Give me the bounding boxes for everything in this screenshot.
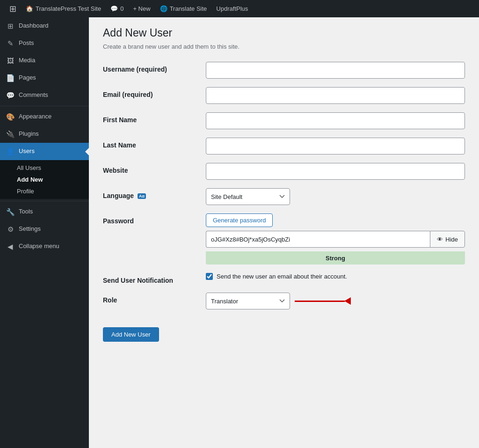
eye-icon: 👁 bbox=[437, 236, 443, 243]
translate-site-item[interactable]: 🌐 Translate Site bbox=[155, 0, 212, 17]
dashboard-icon: ⊞ bbox=[6, 21, 15, 31]
website-label: Website bbox=[103, 163, 206, 174]
sidebar-item-media[interactable]: 🖼 Media bbox=[0, 52, 89, 69]
sidebar-item-pages[interactable]: 📄 Pages bbox=[0, 69, 89, 87]
sidebar-item-posts[interactable]: ✎ Posts bbox=[0, 35, 89, 52]
strength-label: Strong bbox=[326, 255, 345, 262]
lastname-input[interactable] bbox=[206, 138, 465, 154]
sidebar-divider bbox=[0, 106, 89, 106]
sidebar-item-settings[interactable]: ⚙ Settings bbox=[0, 220, 89, 238]
sidebar-item-dashboard[interactable]: ⊞ Dashboard bbox=[0, 17, 89, 35]
sidebar-item-label: Settings bbox=[19, 225, 41, 233]
home-icon: 🏠 bbox=[26, 5, 33, 12]
hide-label: Hide bbox=[445, 236, 458, 243]
notification-row: Send User Notification Send the new user… bbox=[103, 273, 465, 284]
wp-logo-icon: ⊞ bbox=[9, 4, 16, 14]
sidebar-item-label: Users bbox=[19, 147, 35, 155]
firstname-field bbox=[206, 112, 465, 129]
sidebar-sub-profile[interactable]: Profile bbox=[0, 185, 89, 197]
sidebar-item-label: Pages bbox=[19, 73, 36, 82]
users-icon: 👤 bbox=[6, 147, 15, 156]
firstname-label: First Name bbox=[103, 112, 206, 124]
arrow-head-icon bbox=[344, 297, 351, 305]
language-select[interactable]: Site Default English (US) French German … bbox=[206, 188, 290, 205]
updraftplus-label: UpdraftPlus bbox=[216, 5, 248, 12]
sidebar-users-submenu: All Users Add New Profile bbox=[0, 160, 89, 199]
firstname-input[interactable] bbox=[206, 112, 465, 129]
website-field bbox=[206, 163, 465, 180]
language-field: Site Default English (US) French German … bbox=[206, 188, 465, 205]
role-arrow-indicator bbox=[295, 297, 351, 305]
form-submit-area: Add New User bbox=[103, 318, 465, 342]
sidebar-item-users[interactable]: 👤 Users bbox=[0, 143, 89, 160]
sidebar-item-appearance[interactable]: 🎨 Appearance bbox=[0, 108, 89, 125]
password-section: Generate password 👁 Hide Strong bbox=[206, 213, 465, 264]
password-input-row: 👁 Hide bbox=[206, 231, 465, 248]
username-input[interactable] bbox=[206, 62, 465, 79]
email-field bbox=[206, 87, 465, 104]
sidebar: ⊞ Dashboard ✎ Posts 🖼 Media 📄 Pages 💬 Co… bbox=[0, 17, 89, 448]
lastname-row: Last Name bbox=[103, 138, 465, 154]
wp-logo-item[interactable]: ⊞ bbox=[5, 0, 21, 17]
translate-icon: 🌐 bbox=[160, 5, 167, 12]
sidebar-sub-add-new[interactable]: Add New bbox=[0, 174, 89, 185]
password-strength-bar: Strong bbox=[206, 251, 465, 264]
sidebar-item-label: Appearance bbox=[19, 112, 51, 121]
add-new-user-button[interactable]: Add New User bbox=[103, 327, 159, 342]
username-label: Username (required) bbox=[103, 62, 206, 73]
website-input[interactable] bbox=[206, 163, 465, 180]
appearance-icon: 🎨 bbox=[6, 112, 15, 122]
site-name: TranslatePress Test Site bbox=[36, 5, 101, 12]
sidebar-item-collapse[interactable]: ◀ Collapse menu bbox=[0, 238, 89, 255]
notification-field: Send the new user an email about their a… bbox=[206, 273, 465, 280]
sidebar-item-label: Collapse menu bbox=[19, 242, 59, 250]
sidebar-item-comments[interactable]: 💬 Comments bbox=[0, 87, 89, 104]
page-title: Add New User bbox=[103, 27, 465, 39]
website-row: Website bbox=[103, 163, 465, 180]
comments-count: 0 bbox=[120, 5, 123, 12]
sidebar-item-label: Media bbox=[19, 56, 35, 65]
sidebar-sub-all-users[interactable]: All Users bbox=[0, 162, 89, 174]
sidebar-item-label: Comments bbox=[19, 91, 48, 99]
notification-text: Send the new user an email about their a… bbox=[217, 273, 347, 280]
main-layout: ⊞ Dashboard ✎ Posts 🖼 Media 📄 Pages 💬 Co… bbox=[0, 17, 479, 448]
site-name-item[interactable]: 🏠 TranslatePress Test Site bbox=[21, 0, 106, 17]
language-icon-badge: Aα bbox=[138, 193, 146, 199]
settings-icon: ⚙ bbox=[6, 224, 15, 234]
arrow-line bbox=[295, 301, 345, 302]
sidebar-item-label: Plugins bbox=[19, 130, 39, 138]
notification-content: Send the new user an email about their a… bbox=[206, 273, 465, 280]
sidebar-item-label: Dashboard bbox=[19, 22, 49, 30]
role-field: Subscriber Contributor Author Editor Adm… bbox=[206, 293, 465, 309]
new-label: + New bbox=[133, 5, 150, 12]
notification-checkbox[interactable] bbox=[206, 273, 213, 280]
generate-password-button[interactable]: Generate password bbox=[206, 213, 273, 227]
posts-icon: ✎ bbox=[6, 38, 15, 48]
notification-label: Send User Notification bbox=[103, 273, 206, 284]
comments-sidebar-icon: 💬 bbox=[6, 90, 15, 100]
sidebar-item-label: Posts bbox=[19, 39, 34, 47]
email-label: Email (required) bbox=[103, 87, 206, 98]
lastname-field bbox=[206, 138, 465, 154]
email-input[interactable] bbox=[206, 87, 465, 104]
password-field: Generate password 👁 Hide Strong bbox=[206, 213, 465, 264]
comments-item[interactable]: 💬 0 bbox=[106, 0, 128, 17]
content-area: Add New User Create a brand new user and… bbox=[89, 17, 479, 448]
sidebar-divider-2 bbox=[0, 201, 89, 201]
sidebar-item-tools[interactable]: 🔧 Tools bbox=[0, 203, 89, 220]
hide-password-button[interactable]: 👁 Hide bbox=[430, 231, 465, 248]
sidebar-item-plugins[interactable]: 🔌 Plugins bbox=[0, 125, 89, 143]
plugins-icon: 🔌 bbox=[6, 129, 15, 139]
role-row: Role Subscriber Contributor Author Edito… bbox=[103, 293, 465, 309]
password-input[interactable] bbox=[206, 231, 430, 248]
new-item[interactable]: + New bbox=[128, 0, 155, 17]
username-row: Username (required) bbox=[103, 62, 465, 79]
updraftplus-item[interactable]: UpdraftPlus bbox=[211, 0, 253, 17]
comments-icon: 💬 bbox=[110, 5, 118, 12]
role-select[interactable]: Subscriber Contributor Author Editor Adm… bbox=[206, 293, 290, 309]
password-label: Password bbox=[103, 213, 206, 225]
username-field bbox=[206, 62, 465, 79]
role-wrapper: Subscriber Contributor Author Editor Adm… bbox=[206, 293, 290, 309]
pages-icon: 📄 bbox=[6, 73, 15, 83]
page-subtitle: Create a brand new user and add them to … bbox=[103, 43, 465, 50]
